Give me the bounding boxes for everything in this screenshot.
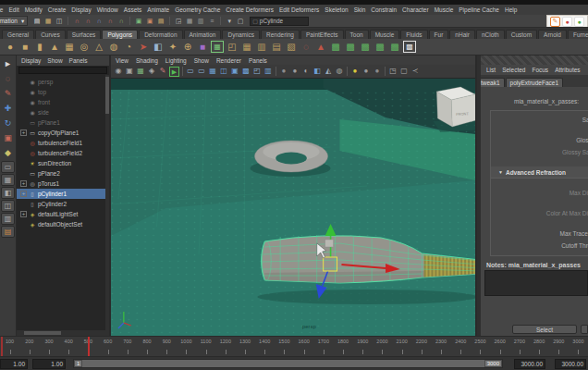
recorder-logo-icon[interactable]: ✎ <box>550 17 560 27</box>
scale-tool[interactable]: ▣ <box>2 131 15 144</box>
timeline-tick[interactable]: 1000 <box>177 337 196 356</box>
shelf-tab[interactable]: Curves <box>35 30 66 39</box>
rotate-tool[interactable]: ↻ <box>2 117 15 130</box>
safe-action-icon[interactable]: ▣ <box>229 66 240 77</box>
paint-select-tool[interactable]: ✎ <box>2 87 15 100</box>
timeline-tick[interactable]: 800 <box>137 337 156 356</box>
subdiv-cube-icon[interactable]: ■ <box>195 40 210 54</box>
poly-cone-icon[interactable]: ▲ <box>47 40 62 54</box>
expand-toggle[interactable]: + <box>20 130 27 136</box>
ndynamics-icon[interactable]: ▩ <box>387 40 402 54</box>
fill-icon[interactable]: ◰ <box>251 66 263 77</box>
attribute-row[interactable]: ▼ Color At Max Distance <box>491 207 588 219</box>
animation-end-field[interactable]: 3000.00 <box>555 359 586 369</box>
timeline-tick[interactable]: 700 <box>117 337 137 356</box>
fumefx-shelf-icon[interactable]: ▩ <box>403 41 416 53</box>
timeline-tick[interactable]: 100 <box>0 337 19 356</box>
greasepencil-icon[interactable]: ▶ <box>169 67 179 77</box>
menu-item[interactable]: Modify <box>25 6 43 13</box>
menu-item[interactable]: Skeleton <box>325 6 348 13</box>
outliner-row[interactable]: + ▭ copyOfpPlane1 <box>17 128 109 138</box>
shelf-tab[interactable]: Custom <box>506 30 537 39</box>
attribute-row[interactable]: ▼ Glossy Samples <box>491 146 588 158</box>
timeline-tick[interactable]: 200 <box>19 337 39 356</box>
new-scene-icon[interactable]: ▤ <box>31 16 43 26</box>
timeline-tick[interactable]: 2300 <box>431 337 450 356</box>
render-current-frame-icon[interactable]: ▦ <box>184 16 195 26</box>
quick-selection-field[interactable]: ▢ pCylinde <box>250 17 309 26</box>
playback-start-field[interactable]: 1.00 <box>32 359 66 369</box>
attribute-editor-menu-item[interactable]: List <box>486 67 496 73</box>
snap-point-icon[interactable]: ∩ <box>93 16 104 26</box>
selection-mask-dropdown-icon[interactable]: ▾ <box>224 16 235 26</box>
capture-icon[interactable]: ● <box>574 17 584 27</box>
shelf-tab[interactable]: Fluids <box>400 30 427 39</box>
timeline-tick[interactable]: 400 <box>59 337 79 356</box>
ncloth-fold-icon[interactable]: ▧ <box>284 40 299 54</box>
field-chart-icon[interactable]: ◫ <box>218 66 229 77</box>
isolate-select-icon[interactable]: ◳ <box>387 66 398 77</box>
shelf-tab[interactable]: Fur <box>429 30 449 39</box>
last-tool[interactable]: ◆ <box>2 146 15 159</box>
all-lights-icon[interactable]: ● <box>361 66 372 77</box>
hud-icon[interactable]: ▥ <box>263 66 274 77</box>
ipr-render-icon[interactable]: ▥ <box>195 16 206 26</box>
camera-select-icon[interactable]: ◉ <box>113 66 124 77</box>
outliner-row[interactable]: + ▭ pPlane1 <box>17 117 109 128</box>
expand-toggle[interactable]: + <box>20 211 27 217</box>
menu-item[interactable]: Geometry Cache <box>175 6 220 13</box>
menu-item[interactable]: File <box>0 6 3 13</box>
timeline-tick[interactable]: 1500 <box>275 337 294 356</box>
gate-mask-icon[interactable]: ▦ <box>207 66 218 77</box>
lasso-tool[interactable]: ◌ <box>2 72 15 85</box>
timeline-tick[interactable]: 2000 <box>373 337 392 356</box>
shelf-tab[interactable]: Rendering <box>261 30 300 39</box>
layout-custom-button[interactable]: ▤ <box>1 226 15 238</box>
shelf-tab[interactable]: nCloth <box>476 30 505 39</box>
snap-grid-icon[interactable]: ∩ <box>71 16 82 26</box>
nparticle-icon[interactable]: ◌ <box>299 40 313 54</box>
outliner-row[interactable]: + ◎ pTorus1 <box>17 179 109 189</box>
attribute-row[interactable]: ▼ Samples <box>491 114 588 126</box>
menu-item[interactable]: Animate <box>147 6 169 13</box>
range-end-handle[interactable]: 3000 <box>484 360 502 367</box>
timeline-tick[interactable]: 2200 <box>411 337 431 356</box>
menu-item[interactable]: Window <box>97 6 118 13</box>
timeline-tick[interactable]: 2100 <box>392 337 411 356</box>
menu-item[interactable]: Create <box>48 6 67 13</box>
attribute-row[interactable]: ▼ Cutoff Threshold <box>491 240 588 252</box>
outliner-row[interactable]: + ▯ pCylinder1 <box>17 189 109 199</box>
menu-item[interactable]: Skin <box>354 6 366 13</box>
xray-icon[interactable]: ▢ <box>398 66 410 77</box>
poly-cylinder-icon[interactable]: ▮ <box>32 40 47 54</box>
outliner-menu-item[interactable]: Panels <box>69 57 88 64</box>
snap-view-icon[interactable]: ∩ <box>104 16 116 26</box>
snap-curve-icon[interactable]: ∩ <box>82 16 93 26</box>
shaded-icon[interactable]: ● <box>289 66 300 77</box>
output-connections-icon[interactable]: ▣ <box>144 16 155 26</box>
viewport-menu-item[interactable]: Shading <box>136 57 158 64</box>
separator[interactable] <box>347 67 348 76</box>
nconstraint-icon[interactable]: ▩ <box>358 40 373 54</box>
outliner-vertical-scrollbar[interactable] <box>105 75 109 330</box>
animation-start-field[interactable]: 1.00 <box>0 359 28 369</box>
make-ncloth-icon[interactable]: ▩ <box>328 40 343 54</box>
timeline-tick[interactable]: 1600 <box>294 337 313 356</box>
attribute-row[interactable]: ▼ Max Distance <box>491 187 588 199</box>
time-slider[interactable]: 100 200 300 400 500 600 700 800 900 1000… <box>0 336 588 357</box>
cube-object[interactable]: FRONT <box>433 87 475 132</box>
expand-toggle[interactable]: + <box>20 180 27 187</box>
make-live-icon[interactable]: ▦ <box>211 41 224 53</box>
timeline-tick[interactable]: 2500 <box>471 337 490 356</box>
outliner-menu-item[interactable]: Show <box>47 57 62 64</box>
poly-mirror-icon[interactable]: ◧ <box>151 40 165 54</box>
emitter-icon[interactable]: ▲ <box>313 40 328 54</box>
image-plane-icon[interactable]: ◈ <box>146 66 157 77</box>
poly-combine-icon[interactable]: ⊕ <box>180 40 195 54</box>
ncloth-tear-icon[interactable]: ▥ <box>254 40 269 54</box>
outliner-row[interactable]: + ◉ top <box>17 87 109 97</box>
attribute-editor-menu-item[interactable]: Selected <box>502 67 525 73</box>
menu-item[interactable]: Muscle <box>435 6 454 13</box>
attribute-row[interactable]: ▼ Max Trace Depth <box>491 228 588 240</box>
timeline-tick[interactable]: 3000 <box>569 337 588 356</box>
